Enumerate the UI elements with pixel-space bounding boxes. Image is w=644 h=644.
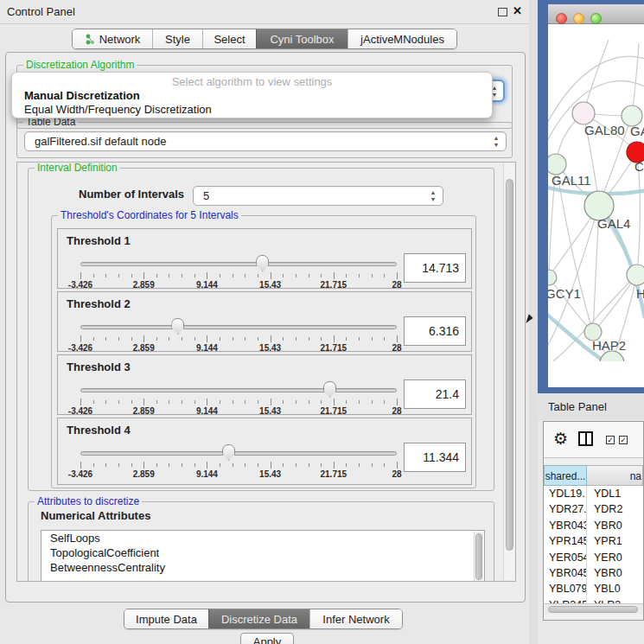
- close-traffic-light-icon[interactable]: [556, 13, 567, 24]
- threshold-row: Threshold 2 -3.4262.8599.14415.4321.7152…: [57, 291, 472, 352]
- table-horizontal-scrollbar[interactable]: [544, 603, 643, 614]
- algorithm-dropdown-popup: Select algorithm to view settings Manual…: [11, 72, 493, 118]
- tick-mark: [334, 399, 335, 405]
- column-header-name[interactable]: na: [587, 465, 643, 486]
- table-cell: YDR2: [587, 501, 643, 517]
- slider-track[interactable]: [80, 451, 397, 456]
- threshold-slider[interactable]: -3.4262.8599.14415.4321.71528: [80, 255, 397, 290]
- tick-mark: [296, 337, 296, 341]
- table-row[interactable]: YER054CYER0: [544, 550, 643, 565]
- float-window-icon[interactable]: [498, 8, 507, 16]
- tick-mark: [118, 337, 119, 341]
- slider-thumb[interactable]: [222, 444, 235, 461]
- column-layout-icon[interactable]: [578, 431, 593, 446]
- table-data-combobox[interactable]: galFiltered.sif default node ▲▼: [24, 131, 507, 151]
- checkbox-icon[interactable]: ✓: [619, 436, 628, 444]
- network-node-label: GA: [630, 124, 644, 138]
- list-item[interactable]: BetweennessCentrality: [41, 560, 484, 575]
- cyni-toolbox-panel: Discretization Algorithm Table Data galF…: [5, 52, 526, 603]
- tick-mark: [296, 400, 296, 404]
- tick-mark: [131, 274, 132, 277]
- scrollbar-thumb[interactable]: [548, 606, 638, 613]
- close-icon[interactable]: ✕: [513, 4, 522, 17]
- network-window-titlebar[interactable]: [548, 4, 644, 24]
- numerical-attributes-list[interactable]: SelfLoops TopologicalCoefficient Between…: [41, 530, 485, 582]
- threshold-slider[interactable]: -3.4262.8599.14415.4321.71528: [80, 444, 397, 479]
- gear-icon[interactable]: ⚙: [553, 429, 568, 449]
- tab-cyni-toolbox[interactable]: Cyni Toolbox: [256, 29, 348, 48]
- algorithm-prompt: Select algorithm to view settings: [12, 75, 492, 88]
- column-header-shared-name[interactable]: shared...: [544, 465, 587, 486]
- tab-style[interactable]: Style: [152, 29, 202, 48]
- table-row[interactable]: YDR27...YDR2: [544, 501, 643, 517]
- dropdown-option-manual[interactable]: Manual Discretization: [24, 89, 140, 102]
- network-node-label: HAP2: [592, 338, 626, 353]
- tick-mark: [118, 274, 119, 277]
- table-rows: YDL19...YDL1YDR27...YDR2YBR043CYBR0YPR14…: [544, 486, 643, 603]
- threshold-slider[interactable]: -3.4262.8599.14415.4321.71528: [80, 318, 397, 353]
- control-panel-titlebar: Control Panel ✕: [0, 0, 529, 24]
- dropdown-option-equal-width[interactable]: Equal Width/Frequency Discretization: [24, 103, 212, 116]
- table-row[interactable]: YPR145WYPR1: [544, 533, 643, 549]
- threshold-slider[interactable]: -3.4262.8599.14415.4321.71528: [80, 381, 397, 416]
- slider-thumb[interactable]: [171, 318, 184, 335]
- slider-tick-labels: -3.4262.8599.14415.4321.71528: [80, 406, 397, 417]
- tick-mark: [271, 272, 271, 279]
- table-row[interactable]: YBR043CYBR0: [544, 518, 643, 533]
- table-row[interactable]: YBR045CYBR0: [544, 565, 643, 581]
- tick-mark: [271, 399, 271, 405]
- list-scrollbar[interactable]: [474, 532, 483, 582]
- tick-mark: [258, 337, 258, 341]
- tab-label: Infer Network: [322, 613, 389, 626]
- settings-scrollbar[interactable]: [503, 163, 514, 580]
- number-of-intervals-combobox[interactable]: 5 ▲▼: [193, 186, 443, 206]
- tab-select[interactable]: Select: [202, 29, 256, 48]
- zoom-traffic-light-icon[interactable]: [590, 13, 602, 24]
- tab-network[interactable]: Network: [73, 29, 152, 48]
- threshold-value-field[interactable]: 11.344: [404, 443, 466, 472]
- tick-mark: [397, 272, 398, 279]
- tick-label: 15.43: [259, 343, 281, 353]
- slider-track[interactable]: [80, 262, 397, 266]
- threshold-value-field[interactable]: 21.4: [404, 379, 466, 409]
- tick-mark: [283, 274, 284, 277]
- network-window: GAL80GACGAL11GAL4GCY1HHAP2: [548, 4, 644, 387]
- slider-track[interactable]: [80, 325, 397, 329]
- tab-jactivemnodules[interactable]: jActiveMNodules: [348, 29, 456, 48]
- table-panel-title: Table Panel: [548, 393, 607, 420]
- tick-mark: [309, 274, 309, 277]
- scrollbar-thumb[interactable]: [506, 179, 513, 551]
- slider-thumb[interactable]: [323, 381, 336, 398]
- apply-button[interactable]: Apply: [240, 633, 294, 644]
- tick-mark: [346, 400, 347, 404]
- tick-label: 28: [392, 280, 401, 290]
- threshold-value-field[interactable]: 6.316: [404, 316, 466, 346]
- network-canvas[interactable]: GAL80GACGAL11GAL4GCY1HHAP2: [548, 24, 644, 361]
- tab-discretize-data[interactable]: Discretize Data: [208, 609, 309, 628]
- table-row[interactable]: YLR345WYLR3: [544, 597, 643, 603]
- table-row[interactable]: YDL19...YDL1: [544, 486, 643, 501]
- list-item[interactable]: SelfLoops: [41, 531, 484, 545]
- slider-thumb[interactable]: [256, 255, 269, 271]
- tick-mark: [131, 463, 132, 467]
- tick-mark: [220, 463, 220, 467]
- tab-infer-network[interactable]: Infer Network: [309, 609, 402, 628]
- scrollbar-thumb[interactable]: [475, 533, 482, 580]
- list-item[interactable]: TopologicalCoefficient: [41, 545, 484, 560]
- table-data-group: Table Data galFiltered.sif default node …: [16, 122, 513, 158]
- checkbox-icon[interactable]: ✓: [606, 436, 615, 444]
- tick-mark: [131, 400, 132, 404]
- tick-mark: [143, 462, 144, 469]
- tab-impute-data[interactable]: Impute Data: [124, 609, 208, 628]
- tick-mark: [93, 400, 94, 404]
- tick-mark: [258, 274, 258, 277]
- threshold-value-field[interactable]: 14.713: [404, 253, 466, 283]
- tick-label: 21.715: [321, 343, 348, 353]
- table-row[interactable]: YBL079WYBL0: [544, 581, 643, 596]
- minimize-traffic-light-icon[interactable]: [573, 13, 584, 24]
- network-node-label: H: [636, 286, 644, 301]
- tick-mark: [207, 462, 207, 469]
- tick-mark: [156, 400, 157, 404]
- tick-mark: [194, 400, 195, 404]
- slider-track[interactable]: [80, 388, 397, 392]
